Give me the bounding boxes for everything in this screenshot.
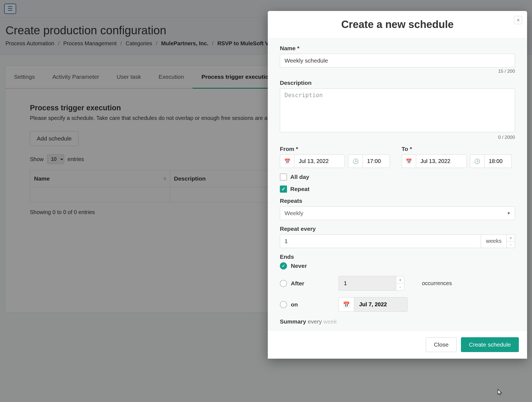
summary-every: every — [308, 318, 322, 325]
from-time-input[interactable] — [362, 154, 390, 168]
to-time-input[interactable] — [484, 154, 512, 168]
after-increment[interactable]: + — [396, 276, 404, 283]
from-date-field[interactable]: 📅 — [280, 154, 345, 168]
name-input[interactable] — [280, 54, 515, 68]
summary: Summary every week — [280, 318, 515, 325]
to-label: To * — [402, 146, 515, 152]
ends-on-date-input[interactable] — [354, 297, 407, 312]
create-schedule-button[interactable]: Create schedule — [461, 337, 519, 352]
from-date-input[interactable] — [294, 154, 345, 168]
to-time-field[interactable]: 🕒 — [470, 154, 512, 168]
clock-icon: 🕒 — [470, 154, 484, 168]
description-counter: 0 / 2000 — [280, 135, 515, 140]
to-date-field[interactable]: 📅 — [402, 154, 467, 168]
close-button[interactable]: Close — [426, 337, 457, 352]
to-date-input[interactable] — [416, 154, 467, 168]
occurrences-label: occurrences — [422, 280, 452, 286]
repeat-checkbox[interactable] — [280, 185, 287, 193]
repeats-label: Repeats — [280, 198, 515, 204]
after-decrement[interactable]: - — [396, 283, 404, 290]
name-label: Name * — [280, 45, 515, 52]
repeat-every-decrement[interactable]: - — [507, 241, 515, 248]
repeats-select[interactable]: Weekly ▼ — [280, 206, 515, 220]
create-schedule-modal: Create a new schedule ✕ Name * 15 / 200 … — [268, 11, 527, 359]
repeat-every-unit: weeks — [481, 234, 507, 248]
from-time-field[interactable]: 🕒 — [348, 154, 390, 168]
ends-never-label: Never — [291, 263, 335, 269]
description-label: Description — [280, 80, 515, 86]
chevron-down-icon: ▼ — [507, 211, 511, 215]
calendar-icon: 📅 — [339, 297, 354, 312]
repeat-every-input[interactable] — [280, 234, 481, 248]
repeat-label: Repeat — [290, 186, 309, 192]
ends-after-label: After — [291, 280, 335, 287]
description-input[interactable] — [280, 88, 515, 132]
repeat-every-label: Repeat every — [280, 226, 515, 232]
ends-after-count-input[interactable] — [339, 276, 396, 291]
ends-label: Ends — [280, 254, 515, 260]
ends-never-radio[interactable] — [280, 262, 287, 269]
all-day-checkbox[interactable] — [280, 173, 287, 181]
ends-on-label: on — [291, 301, 335, 308]
close-icon: ✕ — [516, 18, 520, 23]
summary-label: Summary — [280, 318, 306, 325]
ends-after-radio[interactable] — [280, 280, 287, 287]
repeats-value: Weekly — [280, 206, 515, 220]
clock-icon: 🕒 — [348, 154, 362, 168]
from-label: From * — [280, 146, 393, 152]
name-counter: 15 / 200 — [280, 69, 515, 74]
ends-on-radio[interactable] — [280, 301, 287, 308]
all-day-label: All day — [290, 174, 309, 180]
modal-close-button[interactable]: ✕ — [514, 16, 522, 24]
summary-week: week — [323, 318, 337, 325]
calendar-icon: 📅 — [280, 154, 294, 168]
repeat-every-increment[interactable]: + — [507, 235, 515, 241]
modal-title: Create a new schedule — [276, 19, 519, 30]
calendar-icon: 📅 — [402, 154, 416, 168]
